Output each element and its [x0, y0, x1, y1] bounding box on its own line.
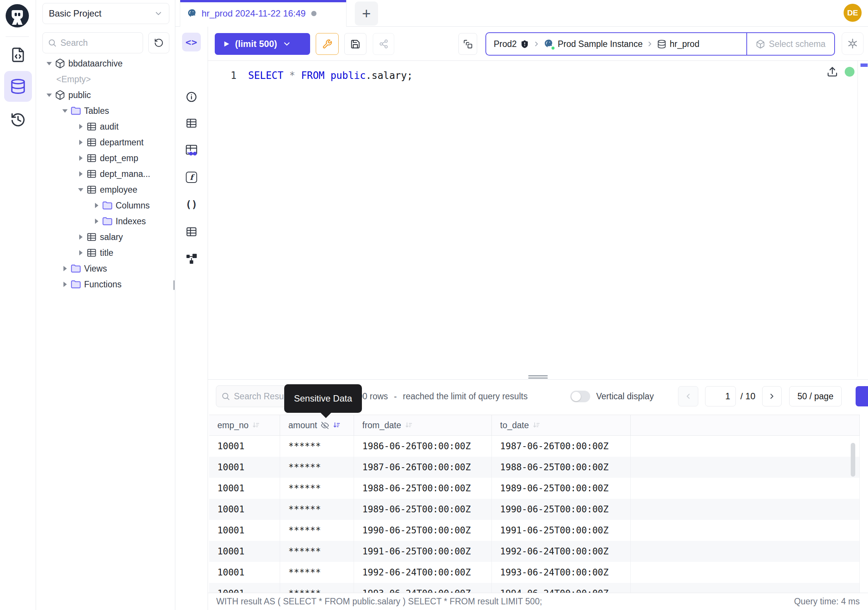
chevron-right-icon[interactable] [77, 250, 85, 255]
connection-selector[interactable]: Prod2 Prod Sample Instance hr_prod [486, 39, 746, 49]
results-grid: emp_noamountfrom_dateto_date10001******1… [209, 415, 860, 593]
functions-panel-button[interactable]: f [182, 168, 201, 187]
tree-item-salary[interactable]: salary [36, 229, 175, 245]
page-size-selector[interactable]: 50 / page [789, 386, 842, 407]
sort-icon[interactable] [405, 421, 412, 429]
tree-item-employee[interactable]: employee [36, 182, 175, 197]
sql-code-editor[interactable]: 1 SELECT * FROM public.salary; [208, 61, 868, 377]
table-row[interactable]: 10001******1990-06-25T00:00:00Z1991-06-2… [209, 520, 860, 541]
instance-status-dot [551, 46, 555, 50]
total-pages-label: / 10 [740, 386, 755, 407]
chevron-down-icon[interactable] [45, 62, 53, 65]
tree-item-functions[interactable]: Functions [36, 276, 175, 292]
tree-item-label: Views [84, 264, 107, 274]
ai-assistant-button[interactable] [842, 32, 863, 55]
tables-panel-button[interactable] [182, 114, 201, 133]
tree-item-title[interactable]: title [36, 245, 175, 261]
chevron-down-icon[interactable] [45, 93, 53, 97]
tree-item-bbdataarchive[interactable]: bbdataarchive [36, 56, 175, 71]
file-code-icon [10, 47, 26, 63]
tree-item-dept-manager[interactable]: dept_mana... [36, 166, 175, 182]
chevron-down-icon[interactable] [282, 39, 291, 48]
search-icon [48, 38, 57, 47]
results-scrollbar-thumb[interactable] [851, 443, 855, 477]
wrench-button[interactable] [316, 33, 339, 55]
refresh-schema-button[interactable] [148, 32, 169, 53]
chevron-right-icon[interactable] [92, 203, 101, 208]
database-icon [10, 78, 26, 95]
info-panel-button[interactable] [182, 87, 201, 106]
table-row[interactable]: 10001******1991-06-25T00:00:00Z1992-06-2… [209, 541, 860, 562]
worksheet-rail-button[interactable] [9, 46, 27, 64]
previous-page-button[interactable] [678, 386, 698, 407]
tree-item-indexes[interactable]: Indexes [36, 213, 175, 229]
table-cell [631, 520, 860, 541]
column-header-emp_no[interactable]: emp_no [209, 415, 280, 435]
editor-results-splitter[interactable] [208, 374, 868, 379]
tree-item-department[interactable]: department [36, 135, 175, 150]
chevron-down-icon[interactable] [77, 188, 85, 192]
chevron-right-icon[interactable] [77, 234, 85, 240]
chevron-right-icon[interactable] [77, 171, 85, 177]
upload-icon[interactable] [827, 66, 838, 78]
sidebar-search-input[interactable]: Search [42, 32, 143, 53]
table-row[interactable]: 10001******1986-06-26T00:00:00Z1987-06-2… [209, 436, 860, 457]
tree-item-label: salary [100, 232, 123, 242]
eye-off-icon[interactable] [321, 421, 329, 430]
tree-item-views[interactable]: Views [36, 261, 175, 276]
column-header-to_date[interactable]: to_date [492, 415, 631, 435]
table-row[interactable]: 10001******1988-06-25T00:00:00Z1989-06-2… [209, 478, 860, 499]
masked-table-icon [185, 143, 198, 157]
schema-diagram-button[interactable] [182, 250, 201, 268]
sidebar-search-placeholder: Search [60, 38, 88, 48]
code-panel-button[interactable]: <> [182, 33, 201, 51]
history-rail-button[interactable] [9, 111, 27, 129]
app-rail [0, 0, 36, 610]
tree-item-public[interactable]: public [36, 87, 175, 103]
page-number-input[interactable] [705, 386, 736, 407]
sort-icon[interactable] [333, 421, 341, 429]
chevron-right-icon[interactable] [92, 219, 101, 224]
save-button[interactable] [344, 33, 366, 55]
schema-selector[interactable]: Select schema [746, 33, 834, 55]
panel-action-button[interactable] [856, 386, 868, 407]
sort-icon[interactable] [532, 421, 540, 429]
new-tab-button[interactable]: + [355, 2, 378, 26]
schema-tree: bbdataarchive<Empty>publicTablesauditdep… [36, 56, 175, 292]
table-row[interactable]: 10001******1987-06-26T00:00:00Z1988-06-2… [209, 457, 860, 478]
tree-item-columns[interactable]: Columns [36, 197, 175, 213]
tree-item-dept-emp[interactable]: dept_emp [36, 150, 175, 166]
table-row[interactable]: 10001******1993-06-24T00:00:00Z1994-06-2… [209, 583, 860, 593]
results-search-input[interactable]: Search Results [216, 385, 340, 407]
vertical-display-toggle[interactable] [570, 391, 590, 402]
chevron-right-icon[interactable] [61, 282, 69, 287]
run-query-button[interactable]: (limit 500) [215, 33, 310, 55]
next-page-button[interactable] [762, 386, 782, 407]
chevron-down-icon[interactable] [61, 109, 69, 113]
tab-hr-prod[interactable]: hr_prod 2024-11-22 16:49 [180, 0, 347, 27]
chevron-right-icon[interactable] [77, 140, 85, 145]
column-header-from_date[interactable]: from_date [354, 415, 492, 435]
tree-item-empty[interactable]: <Empty> [36, 71, 175, 87]
user-avatar[interactable]: DE [843, 4, 862, 22]
run-button-label: (limit 500) [235, 39, 277, 49]
table-row[interactable]: 10001******1989-06-25T00:00:00Z1990-06-2… [209, 499, 860, 520]
bytebase-logo-icon[interactable] [5, 4, 29, 28]
chevron-right-icon[interactable] [61, 266, 69, 271]
share-button[interactable] [373, 33, 394, 55]
row-count: 500 rows [353, 391, 388, 402]
database-rail-button[interactable] [4, 71, 32, 102]
chevron-right-icon[interactable] [77, 155, 85, 161]
sensitive-data-panel-button[interactable] [182, 141, 201, 160]
table-row[interactable]: 10001******1992-06-24T00:00:00Z1993-06-2… [209, 562, 860, 583]
sort-icon[interactable] [252, 421, 260, 429]
external-tables-panel-button[interactable] [182, 222, 201, 241]
project-selector[interactable]: Basic Project [42, 3, 169, 24]
chevron-right-icon[interactable] [77, 124, 85, 129]
batch-query-button[interactable] [459, 33, 477, 55]
table-cell [631, 541, 860, 562]
tree-item-tables[interactable]: Tables [36, 103, 175, 119]
tree-item-audit[interactable]: audit [36, 119, 175, 135]
procedures-panel-button[interactable]: () [182, 195, 201, 214]
column-header-amount[interactable]: amount [280, 415, 354, 435]
